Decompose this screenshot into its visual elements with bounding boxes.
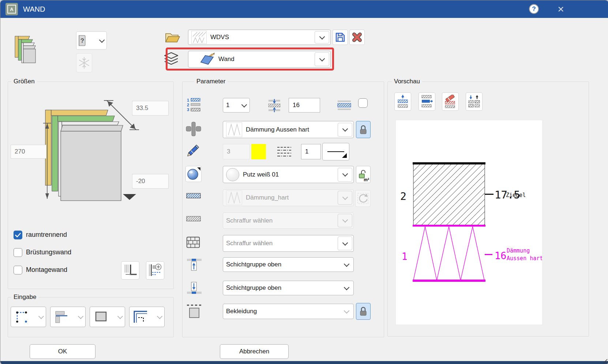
raumtrennend-checkbox[interactable] [14,231,22,239]
chevron-down-icon[interactable] [338,123,352,137]
brick-icon [185,235,201,250]
bruestungswand-checkbox[interactable] [14,248,22,257]
wall-type-combo[interactable]: Wand [188,51,331,68]
app-icon: A [5,3,18,15]
input-mode-axis-combo[interactable] [50,307,86,327]
layer-group-bottom-combo[interactable]: Schichtgruppe oben [223,281,354,295]
corner-lines-icon [123,263,138,278]
chevron-down-icon[interactable] [155,307,164,327]
material-value: Dämmung Aussen hart [246,126,309,133]
input-mode-reference-combo[interactable] [129,307,165,327]
surface-combo[interactable]: Putz weiß 01 [223,166,354,183]
layer2-index: 2 [400,190,406,202]
parameter-label: Parameter [194,78,228,85]
layer1-name-line1: Dämmung [507,247,530,254]
active-layer-icon [337,100,352,111]
layer-group-top-icon [186,257,202,272]
pen-color-swatch[interactable] [251,144,266,159]
reference-lines-icon [132,310,149,324]
svg-text:2: 2 [187,103,189,107]
material-combo[interactable]: Dämmung Aussen hart [223,121,354,138]
corner-detail-button[interactable] [121,261,139,280]
eingabe-label: Eingabe [11,293,38,301]
axis-settings-button[interactable] [146,261,164,280]
chevron-down-icon[interactable] [339,304,353,319]
input-mode-polyline-combo[interactable] [11,307,46,327]
chevron-down-icon[interactable] [239,98,249,112]
hatch2-placeholder: Schraffur wählen [226,240,273,247]
preset-combo[interactable]: WDVS [188,30,331,45]
help-button[interactable]: ? [529,4,539,14]
section-hatch-combo: Dämmung_hart [223,189,354,206]
linetype-number-input[interactable] [301,144,321,159]
chevron-down-icon[interactable] [338,236,352,250]
window-title: WAND [23,0,45,18]
insert-layer-button[interactable] [419,92,435,111]
section-hatch-blue-icon [186,192,201,200]
section-hatch-gray-icon [186,215,201,223]
open-folder-icon[interactable] [165,32,180,43]
wall-height-input[interactable] [11,145,46,159]
section-hatch-value: Dämmung_hart [246,194,289,201]
parameter-groupbox [182,81,384,337]
trowel-icon [199,53,215,66]
chevron-down-icon[interactable] [338,168,352,182]
montagewand-checkbox[interactable] [14,266,22,274]
unlock-icon: m² [359,169,368,180]
svg-text:?: ? [80,37,84,44]
cladding-lock-button[interactable] [356,303,371,320]
delete-preset-button[interactable] [349,30,365,45]
level-offset-input[interactable] [132,174,169,189]
chevron-down-icon[interactable] [315,52,329,66]
chevron-down-icon [338,191,352,204]
chevron-down-icon[interactable] [36,307,46,327]
layer-option-checkbox[interactable] [358,98,368,108]
wall-type-mode-button[interactable]: ? [76,31,107,50]
vorschau-label: Vorschau [392,78,422,85]
add-layer-above-button[interactable] [394,92,411,111]
insulation-swatch-icon [226,190,242,205]
axis-adjust-icon [147,262,163,278]
layer-number-select[interactable]: 1 [223,98,250,113]
insert-layer-icon [421,95,433,109]
view-hatch-combo[interactable]: Schraffur wählen [223,235,354,252]
material-lock-button[interactable] [356,121,371,138]
layer2-name: Ziegel [506,192,526,198]
pen-number-input [223,144,250,159]
layer-group-top-combo[interactable]: Schichtgruppe oben [223,257,354,272]
chevron-down-icon[interactable] [115,307,125,327]
freeze-button[interactable] [76,53,92,72]
chevron-down-icon[interactable] [339,281,353,295]
bruestungswand-label: Brüstungswand [26,249,71,256]
line-style-dropdown[interactable] [322,143,349,160]
cladding-combo[interactable]: Bekleidung [223,304,354,319]
layer-numbers-icon: 1 2 3 [186,98,201,112]
snowflake-icon [78,56,91,70]
add-layer-above-icon [397,95,409,109]
ok-button[interactable]: OK [30,344,95,359]
lock-icon [359,125,368,135]
layer1-index: 1 [402,251,408,262]
surface-area-unlock-button[interactable]: m² [356,166,371,183]
input-mode-rectangle-combo[interactable] [90,307,125,327]
save-preset-button[interactable] [333,30,348,45]
delete-layer-button[interactable] [442,92,459,111]
swap-layers-button[interactable] [466,92,483,111]
preset-hatch-swatch-icon [191,31,207,44]
chevron-down-icon[interactable] [339,258,353,272]
resize-grip-icon[interactable] [602,358,608,364]
preset-combo-value: WDVS [210,34,229,41]
surface-material-button[interactable] [185,166,202,182]
chevron-down-icon[interactable] [76,307,85,327]
layer-thickness-input[interactable] [289,98,320,113]
close-button[interactable]: × [553,2,568,16]
layer-group-bottom-value: Schichtgruppe oben [226,284,281,292]
surface-value: Putz weiß 01 [243,171,279,178]
titlebar[interactable]: A WAND ? × [0,0,608,18]
thickness-total-input[interactable] [132,101,169,115]
book-question-icon: ? [76,34,87,48]
montagewand-label: Montagewand [26,266,67,274]
linetype-icon [277,146,292,157]
chevron-down-icon[interactable] [315,31,329,43]
cancel-button[interactable]: Abbrechen [220,344,289,359]
